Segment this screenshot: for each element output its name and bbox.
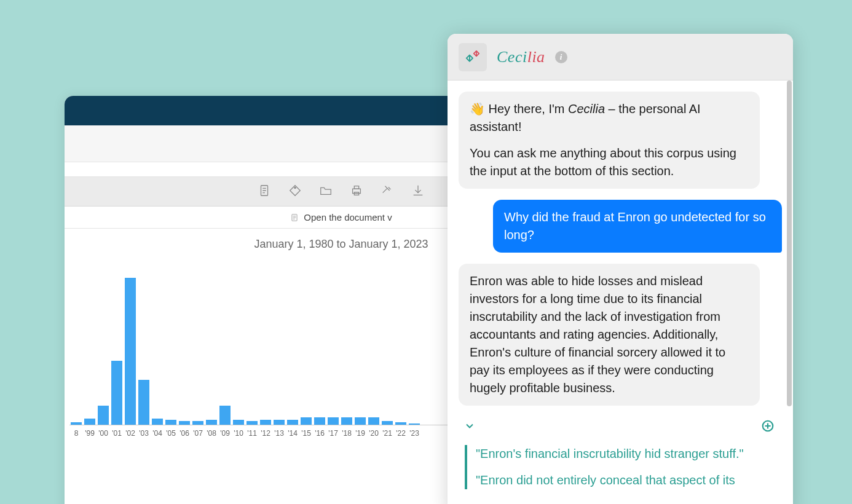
chart-tick-label: '13 (274, 429, 285, 438)
chart-bar (355, 417, 366, 425)
chart-tick-label: '19 (355, 429, 366, 438)
app-logo-icon (459, 43, 487, 71)
document-icon (290, 213, 299, 222)
chart-tick-label: '04 (152, 429, 163, 438)
chart-tick-label: '99 (84, 429, 95, 438)
chart-bar (341, 417, 352, 425)
svg-rect-3 (354, 186, 358, 189)
intro-prefix: 👋 Hey there, I'm (470, 102, 568, 116)
chart-tick-label: '09 (219, 429, 231, 438)
chart-bar (395, 422, 406, 425)
open-document-label: Open the document v (304, 212, 392, 222)
chart-tick-label: '02 (125, 429, 136, 438)
chart-bar (165, 420, 176, 425)
chart-tick-label: '00 (98, 429, 109, 438)
chart-tick-label: 8 (71, 429, 82, 438)
chart-bar (111, 361, 122, 425)
chart-tick-label: '18 (341, 429, 352, 438)
svg-rect-2 (353, 189, 361, 193)
chart-tick-label: '22 (395, 429, 406, 438)
intro-name: Cecilia (568, 102, 605, 116)
svg-point-1 (294, 187, 296, 188)
chart-tick-label: '03 (138, 429, 149, 438)
chart-bar (287, 420, 298, 425)
chart-tick-label: '07 (192, 429, 203, 438)
chart-bar (260, 420, 271, 425)
chart-bar (274, 420, 285, 425)
chart-tick-label: '08 (206, 429, 217, 438)
chart-tick-label: '20 (368, 429, 379, 438)
expand-icon[interactable] (463, 420, 476, 435)
ai-answer-message: Enron was able to hide losses and mislea… (459, 264, 760, 406)
info-icon[interactable]: i (555, 51, 567, 63)
chart-bar (138, 380, 149, 425)
intro-line2: You can ask me anything about this corpu… (470, 144, 749, 180)
chart-bar (219, 406, 231, 425)
chart-bar (71, 422, 82, 425)
chat-title: Cecilia (497, 48, 545, 66)
ai-intro-message: 👋 Hey there, I'm Cecilia – the personal … (459, 92, 760, 189)
chart-tick-label: '05 (165, 429, 176, 438)
add-icon[interactable] (761, 419, 775, 435)
download-icon[interactable] (411, 184, 425, 200)
chart-tick-label: '12 (260, 429, 271, 438)
chart-bar (301, 417, 312, 425)
print-icon[interactable] (350, 184, 363, 200)
chart-bar (247, 421, 258, 425)
gavel-icon[interactable] (381, 184, 394, 200)
chart-bar (206, 420, 217, 425)
answer-action-row (459, 417, 782, 441)
chart-tick-label: '23 (409, 429, 420, 438)
chart-bar (125, 278, 136, 425)
tag-icon[interactable] (288, 184, 302, 200)
chart-bar (233, 420, 244, 425)
chart-bar (382, 421, 393, 425)
ai-answer-text: Enron was able to hide losses and mislea… (470, 274, 725, 395)
citation-2[interactable]: "Enron did not entirely conceal that asp… (476, 471, 782, 489)
chart-tick-label: '17 (328, 429, 339, 438)
chart-bar (98, 406, 109, 425)
chart-tick-label: '21 (382, 429, 393, 438)
chart-tick-label: '10 (233, 429, 244, 438)
folder-icon[interactable] (319, 184, 333, 200)
chart-bar (152, 419, 163, 425)
chart-bar (192, 421, 203, 425)
clipboard-icon[interactable] (258, 184, 271, 200)
chart-tick-label: '01 (111, 429, 122, 438)
chart-bar (368, 417, 379, 425)
chat-body: 👋 Hey there, I'm Cecilia – the personal … (448, 81, 793, 504)
chart-bar (179, 421, 190, 425)
chart-bar (84, 419, 95, 425)
citation-1[interactable]: "Enron's financial inscrutability hid st… (476, 445, 782, 463)
chart-bar (328, 417, 339, 425)
chart-tick-label: '11 (247, 429, 258, 438)
chat-header: Cecilia i (448, 34, 793, 81)
chart-tick-label: '15 (301, 429, 312, 438)
chart-tick-label: '14 (287, 429, 298, 438)
user-message: Why did the fraud at Enron go undetected… (493, 200, 782, 253)
chart-bar (314, 417, 325, 425)
chart-tick-label: '06 (179, 429, 190, 438)
user-message-text: Why did the fraud at Enron go undetected… (504, 210, 766, 242)
chat-panel: Cecilia i 👋 Hey there, I'm Cecilia – the… (448, 34, 793, 504)
chart-tick-label: '16 (314, 429, 325, 438)
citation-list: "Enron's financial inscrutability hid st… (465, 445, 782, 489)
chart-bar (409, 423, 420, 425)
